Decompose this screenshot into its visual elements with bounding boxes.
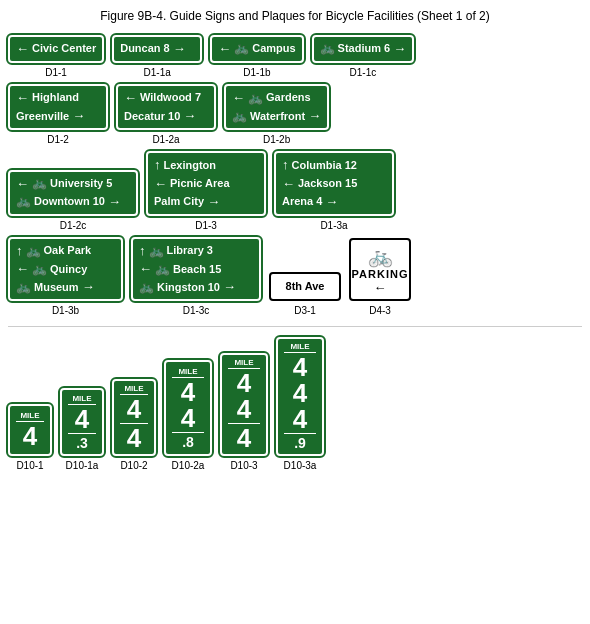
left-arrow-icon: ←: [282, 175, 295, 193]
left-arrow-icon: ←: [218, 40, 231, 58]
page-container: Figure 9B-4. Guide Signs and Plaques for…: [8, 8, 582, 471]
bike-icon: 🚲: [232, 108, 247, 125]
sign-group-d10-3: MILE 4 4 4 D10-3: [220, 353, 268, 471]
sign-group-d1-2: ← Highland Greenville → D1-2: [8, 84, 108, 145]
sign-row-2: ← Highland Greenville → D1-2 ← Wildwood …: [8, 84, 582, 145]
sign-row-4: ↑ 🚲 Oak Park ← 🚲 Quincy 🚲 Museum →: [8, 237, 582, 317]
sign-d4-3: 🚲 PARKING ←: [349, 238, 411, 301]
sign-d10-2: MILE 4 4: [112, 379, 156, 456]
left-arrow-icon: ←: [232, 89, 245, 107]
right-arrow-icon: →: [393, 40, 406, 58]
sign-group-d1-2b: ← 🚲 Gardens 🚲 Waterfront → D1-2b: [224, 84, 329, 145]
sign-d1-1: ← Civic Center: [8, 35, 104, 63]
sign-label-d3-1: D3-1: [294, 305, 316, 316]
sign-group-d10-1: MILE 4 D10-1: [8, 404, 52, 471]
left-arrow-icon: ←: [16, 260, 29, 278]
right-arrow-icon: →: [308, 107, 321, 125]
sign-label-d4-3: D4-3: [369, 305, 391, 316]
left-arrow-icon: ←: [16, 89, 29, 107]
sign-row-1: ← Civic Center D1-1 Duncan 8 → D1-1a: [8, 35, 582, 78]
sign-group-d1-1a: Duncan 8 → D1-1a: [112, 35, 202, 78]
sign-d10-3a: MILE 4 4 4 .9: [276, 337, 324, 456]
divider: [8, 326, 582, 327]
sign-group-d1-3c: ↑ 🚲 Library 3 ← 🚲 Beach 15 🚲 Kingston 10…: [131, 237, 261, 317]
sign-group-d4-3: 🚲 PARKING ← D4-3: [349, 238, 411, 316]
bike-icon: 🚲: [26, 243, 41, 260]
up-arrow-icon: ↑: [16, 242, 23, 260]
sign-d10-1: MILE 4: [8, 404, 52, 456]
up-arrow-icon: ↑: [139, 242, 146, 260]
page-title: Figure 9B-4. Guide Signs and Plaques for…: [8, 8, 582, 25]
bike-icon: 🚲: [234, 40, 249, 57]
sign-label-d1-2: D1-2: [47, 134, 69, 145]
sign-label-d1-3a: D1-3a: [320, 220, 347, 231]
sign-group-d1-2c: ← 🚲 University 5 🚲 Downtown 10 → D1-2c: [8, 170, 138, 231]
sign-label-d10-1: D10-1: [16, 460, 43, 471]
sign-group-d1-1: ← Civic Center D1-1: [8, 35, 104, 78]
sign-d1-2b: ← 🚲 Gardens 🚲 Waterfront →: [224, 84, 329, 130]
up-arrow-icon: ↑: [282, 156, 289, 174]
sign-d1-3b: ↑ 🚲 Oak Park ← 🚲 Quincy 🚲 Museum →: [8, 237, 123, 302]
sign-group-d1-3a: ↑ Columbia 12 ← Jackson 15 Arena 4 → D1-…: [274, 151, 394, 231]
title-sub: (Sheet 1 of 2): [417, 9, 490, 23]
right-arrow-icon: →: [223, 278, 236, 296]
left-arrow-icon: ←: [139, 260, 152, 278]
sign-d10-1a: MILE 4 .3: [60, 388, 104, 456]
sign-group-d1-1b: ← 🚲 Campus D1-1b: [210, 35, 303, 78]
bike-icon: 🚲: [248, 90, 263, 107]
sign-row-3: ← 🚲 University 5 🚲 Downtown 10 → D1-2c ↑: [8, 151, 582, 231]
sign-group-d10-1a: MILE 4 .3 D10-1a: [60, 388, 104, 471]
right-arrow-icon: →: [207, 193, 220, 211]
sign-group-d1-2a: ← Wildwood 7 Decatur 10 → D1-2a: [116, 84, 216, 145]
sign-label-d1-1c: D1-1c: [350, 67, 377, 78]
right-arrow-icon: →: [183, 107, 196, 125]
left-arrow-icon: ←: [16, 40, 29, 58]
sign-group-d1-3b: ↑ 🚲 Oak Park ← 🚲 Quincy 🚲 Museum →: [8, 237, 123, 317]
sign-d1-3a: ↑ Columbia 12 ← Jackson 15 Arena 4 →: [274, 151, 394, 216]
sign-group-d1-1c: 🚲 Stadium 6 → D1-1c: [312, 35, 415, 78]
sign-group-d1-3: ↑ Lexington ← Picnic Area Palm City → D1…: [146, 151, 266, 231]
sign-d1-3: ↑ Lexington ← Picnic Area Palm City →: [146, 151, 266, 216]
sign-d1-1c: 🚲 Stadium 6 →: [312, 35, 415, 63]
sign-label-d1-1: D1-1: [45, 67, 67, 78]
sign-label-d10-3a: D10-3a: [284, 460, 317, 471]
title-main: Figure 9B-4. Guide Signs and Plaques for…: [100, 9, 413, 23]
right-arrow-icon: →: [173, 40, 186, 58]
right-arrow-icon: →: [325, 193, 338, 211]
sign-d1-2c: ← 🚲 University 5 🚲 Downtown 10 →: [8, 170, 138, 216]
sign-d1-2: ← Highland Greenville →: [8, 84, 108, 130]
right-arrow-icon: →: [108, 193, 121, 211]
bike-icon: 🚲: [149, 243, 164, 260]
signs-grid: ← Civic Center D1-1 Duncan 8 → D1-1a: [8, 35, 582, 472]
sign-label-d1-2a: D1-2a: [152, 134, 179, 145]
sign-d1-3c: ↑ 🚲 Library 3 ← 🚲 Beach 15 🚲 Kingston 10…: [131, 237, 261, 302]
bike-icon: 🚲: [16, 279, 31, 296]
sign-group-d10-2a: MILE 4 4 .8 D10-2a: [164, 360, 212, 471]
sign-label-d1-3c: D1-3c: [183, 305, 210, 316]
bike-icon: 🚲: [155, 261, 170, 278]
up-arrow-icon: ↑: [154, 156, 161, 174]
sign-label-d1-3: D1-3: [195, 220, 217, 231]
sign-group-d10-2: MILE 4 4 D10-2: [112, 379, 156, 471]
bike-icon: 🚲: [16, 193, 31, 210]
sign-label-d1-2b: D1-2b: [263, 134, 290, 145]
sign-row-5: MILE 4 D10-1 MILE 4 .3 D10-1a: [8, 337, 582, 471]
sign-d10-3: MILE 4 4 4: [220, 353, 268, 456]
bike-icon: 🚲: [320, 40, 335, 57]
sign-d10-2a: MILE 4 4 .8: [164, 360, 212, 456]
sign-d1-1b: ← 🚲 Campus: [210, 35, 303, 63]
bike-icon: 🚲: [139, 279, 154, 296]
sign-group-d10-3a: MILE 4 4 4 .9 D10-3a: [276, 337, 324, 471]
sign-d3-1: 8th Ave: [269, 272, 341, 301]
left-arrow-icon: ←: [16, 175, 29, 193]
sign-label-d1-3b: D1-3b: [52, 305, 79, 316]
sign-d1-1a: Duncan 8 →: [112, 35, 202, 63]
left-arrow-icon: ←: [154, 175, 167, 193]
right-arrow-icon: →: [82, 278, 95, 296]
right-arrow-icon: →: [72, 107, 85, 125]
sign-label-d10-1a: D10-1a: [66, 460, 99, 471]
sign-d1-2a: ← Wildwood 7 Decatur 10 →: [116, 84, 216, 130]
sign-label-d1-1a: D1-1a: [144, 67, 171, 78]
sign-label-d10-2a: D10-2a: [172, 460, 205, 471]
sign-label-d1-2c: D1-2c: [60, 220, 87, 231]
